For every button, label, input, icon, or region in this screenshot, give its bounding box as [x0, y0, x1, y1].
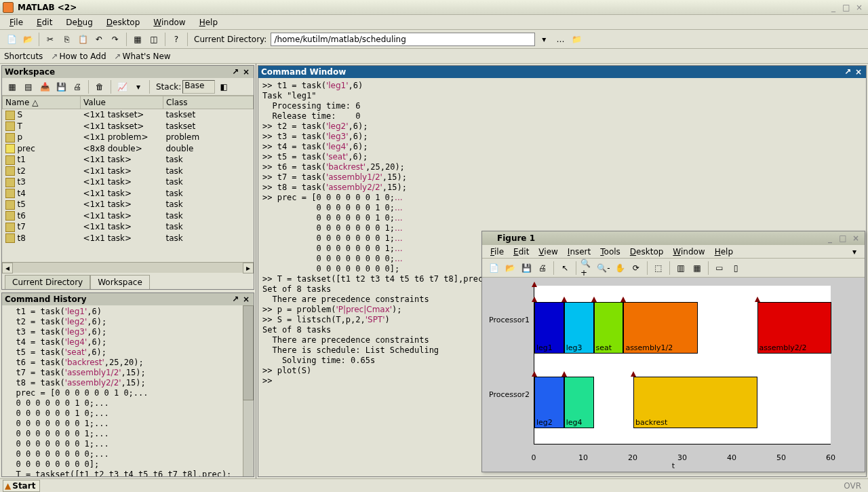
col-class[interactable]: Class	[163, 96, 254, 109]
fig-close-icon[interactable]: ×	[850, 233, 862, 244]
redo-icon[interactable]: ↷	[108, 32, 123, 47]
tab-workspace[interactable]: Workspace	[90, 275, 150, 289]
fig-menu-view[interactable]: View	[534, 246, 561, 258]
undock-icon[interactable]: ↗	[231, 67, 240, 77]
current-directory-input[interactable]	[271, 33, 535, 46]
variable-icon	[5, 189, 15, 198]
col-value[interactable]: Value	[81, 96, 163, 109]
xtick-label: 40	[725, 453, 738, 462]
workspace-row[interactable]: t3<1x1 task>task	[3, 176, 254, 188]
new-file-icon[interactable]: 📄	[4, 32, 19, 47]
guide-icon[interactable]: ◫	[146, 32, 161, 47]
undo-icon[interactable]: ↶	[92, 32, 106, 47]
workspace-row[interactable]: t2<1x1 task>task	[3, 166, 254, 177]
menu-debug[interactable]: Debug	[60, 16, 98, 29]
menu-file[interactable]: File	[4, 16, 28, 29]
parent-dir-icon[interactable]: 📁	[569, 32, 584, 47]
workspace-row[interactable]: t1<1x1 task>task	[3, 154, 254, 166]
fig-menu-desktop[interactable]: Desktop	[626, 246, 668, 258]
workspace-row[interactable]: t7<1x1 task>task	[3, 221, 254, 233]
fig-show-plot-tools-icon[interactable]: ▯	[728, 261, 743, 276]
fig-menu-window[interactable]: Window	[669, 246, 709, 258]
paste-icon[interactable]: 📋	[75, 32, 90, 47]
release-arrow-icon	[591, 297, 597, 302]
figure-canvas[interactable]: Processor1 Processor2 leg1leg3seatassemb…	[482, 278, 865, 472]
fig-minimize-icon[interactable]: _	[824, 233, 836, 244]
workspace-row[interactable]: t8<1x1 task>task	[3, 233, 254, 244]
workspace-row[interactable]: S<1x1 taskset>taskset	[3, 109, 254, 121]
save-ws-icon[interactable]: 💾	[54, 79, 68, 94]
stack-select[interactable]: Base	[182, 80, 215, 94]
close-icon[interactable]: ×	[853, 2, 865, 13]
workspace-row[interactable]: t6<1x1 task>task	[3, 210, 254, 222]
fig-save-icon[interactable]: 💾	[519, 261, 534, 276]
help-icon[interactable]: ?	[169, 32, 184, 47]
fig-hide-plot-tools-icon[interactable]: ▭	[712, 261, 727, 276]
fig-maximize-icon[interactable]: □	[837, 233, 849, 244]
plot-dropdown-icon[interactable]: ▾	[131, 79, 146, 94]
new-var-icon[interactable]: ▦	[5, 79, 20, 94]
fig-pointer-icon[interactable]: ↖	[557, 261, 572, 276]
copy-icon[interactable]: ⎘	[59, 32, 74, 47]
fig-menu-tools[interactable]: Tools	[596, 246, 625, 258]
menu-edit[interactable]: Edit	[31, 16, 58, 29]
fig-new-icon[interactable]: 📄	[486, 261, 501, 276]
simulink-icon[interactable]: ▦	[130, 32, 145, 47]
dir-dropdown-icon[interactable]: ▾	[536, 32, 551, 47]
panel-close-icon[interactable]: ×	[241, 67, 251, 77]
scroll-left-icon[interactable]: ◂	[2, 263, 13, 273]
gantt-task: assembly2/2	[757, 302, 832, 354]
open-var-icon[interactable]: ▤	[21, 79, 36, 94]
fig-print-icon[interactable]: 🖨	[535, 261, 550, 276]
import-icon[interactable]: 📥	[37, 79, 52, 94]
how-to-add-link[interactable]: ↗How to Add	[51, 52, 106, 61]
stack-label: Stack:	[156, 82, 181, 92]
undock-icon[interactable]: ↗	[231, 295, 240, 304]
workspace-hscroll[interactable]: ◂ ▸	[2, 262, 254, 273]
minimize-icon[interactable]: _	[827, 2, 840, 13]
col-name[interactable]: Name △	[3, 96, 81, 109]
browse-dir-icon[interactable]: …	[553, 32, 568, 47]
history-scroll-thumb[interactable]	[243, 305, 254, 400]
workspace-row[interactable]: T<1x1 taskset>taskset	[3, 121, 254, 132]
delete-var-icon[interactable]: 🗑	[92, 79, 107, 94]
fig-toolbar-toggle-icon[interactable]: ▾	[848, 246, 861, 258]
cut-icon[interactable]: ✂	[43, 32, 58, 47]
fig-pan-icon[interactable]: ✋	[612, 261, 627, 276]
menu-desktop[interactable]: Desktop	[101, 16, 146, 29]
command-history-body[interactable]: t1 = task('leg1',6) t2 = task('leg2',6);…	[2, 305, 254, 476]
xtick-label: 50	[774, 453, 788, 462]
window-title: MATLAB <2>	[18, 3, 827, 12]
fig-zoom-in-icon[interactable]: 🔍+	[580, 261, 595, 276]
fig-open-icon[interactable]: 📂	[502, 261, 517, 276]
figure-title-bar[interactable]: Figure 1 _ □ ×	[482, 231, 865, 245]
panel-close-icon[interactable]: ×	[241, 295, 251, 304]
workspace-row[interactable]: t5<1x1 task>task	[3, 199, 254, 210]
stack-button-icon[interactable]: ◧	[216, 79, 231, 94]
fig-menu-file[interactable]: File	[486, 246, 508, 258]
maximize-icon[interactable]: □	[840, 2, 852, 13]
workspace-row[interactable]: p<1x1 problem>problem	[3, 132, 254, 143]
whats-new-link[interactable]: ↗What's New	[115, 52, 171, 61]
workspace-row[interactable]: prec<8x8 double>double	[3, 143, 254, 155]
fig-menu-edit[interactable]: Edit	[509, 246, 533, 258]
workspace-row[interactable]: t4<1x1 task>task	[3, 188, 254, 200]
fig-colorbar-icon[interactable]: ▥	[673, 261, 688, 276]
fig-zoom-out-icon[interactable]: 🔍-	[596, 261, 611, 276]
menu-help[interactable]: Help	[194, 16, 223, 29]
undock-icon[interactable]: ↗	[843, 67, 852, 77]
open-file-icon[interactable]: 📂	[20, 32, 35, 47]
scroll-right-icon[interactable]: ▸	[243, 263, 254, 273]
panel-close-icon[interactable]: ×	[854, 67, 863, 77]
start-button[interactable]: ▲Start	[3, 480, 40, 492]
fig-rotate-icon[interactable]: ⟳	[629, 261, 644, 276]
workspace-table[interactable]: Name △ Value Class S<1x1 taskset>taskset…	[2, 96, 254, 262]
menu-window[interactable]: Window	[148, 16, 191, 29]
print-icon[interactable]: 🖨	[70, 79, 85, 94]
fig-menu-insert[interactable]: Insert	[564, 246, 595, 258]
fig-legend-icon[interactable]: ▦	[690, 261, 705, 276]
fig-datacursor-icon[interactable]: ⬚	[651, 261, 666, 276]
plot-icon[interactable]: 📈	[115, 79, 130, 94]
fig-menu-help[interactable]: Help	[711, 246, 737, 258]
tab-current-directory[interactable]: Current Directory	[5, 275, 90, 289]
